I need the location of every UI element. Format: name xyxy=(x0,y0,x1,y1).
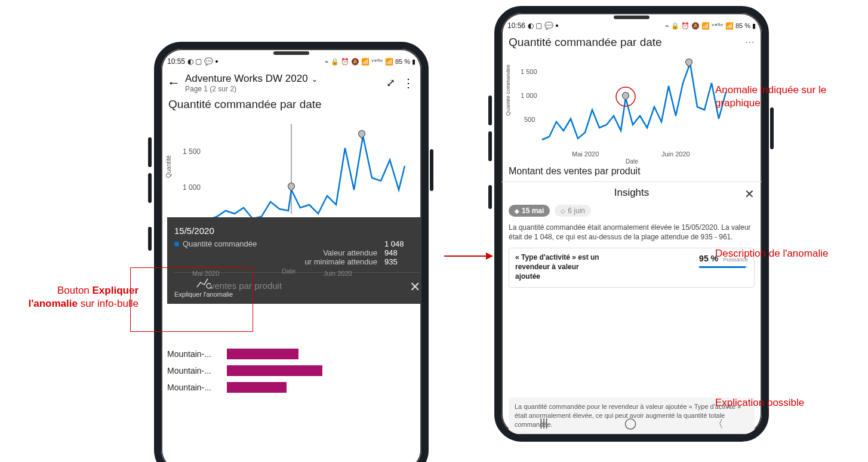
line-chart[interactable]: Quantité 1 500 1 000 xyxy=(166,112,417,232)
bar-label: Mountain-... xyxy=(167,349,227,359)
chart-title: Quantité commandée par date xyxy=(161,96,421,112)
arrow-icon xyxy=(444,255,492,257)
tooltip-label: Valeur attendue xyxy=(183,248,384,257)
date-pill-active[interactable]: ◈ 15 mai xyxy=(509,205,550,217)
phone-speaker xyxy=(273,51,309,55)
tooltip-value: 948 xyxy=(384,248,420,257)
bg-axis-label: Date xyxy=(282,267,296,275)
status-icons-right: ⌁ 🔒 ⏰ 🔕 📶 ᵛᵒˡᵗᵉ 📶 xyxy=(325,58,393,66)
chevron-down-icon[interactable]: ⌄ xyxy=(312,75,318,84)
svg-text:Date: Date xyxy=(626,158,639,164)
chart-tooltip: 15/5/2020 Quantité commandée 1 048 Valeu… xyxy=(167,217,427,304)
status-bar: 10:56 ◐ ▢ 💬 ⌁ 🔒 ⏰ 🔕 📶 ᵛᵒˡᵗᵉ 📶 85 % ▮ xyxy=(501,18,762,33)
tooltip-label: Quantité commandée xyxy=(183,239,384,248)
status-icon: ◐ ▢ 💬 xyxy=(187,57,213,66)
svg-text:Quantité: Quantité xyxy=(166,155,172,178)
sub-chart-title: Montant des ventes par produit xyxy=(501,164,762,179)
more-icon[interactable]: ⋯ xyxy=(745,36,755,48)
bar-label: Mountain-... xyxy=(167,383,227,392)
series-color-icon xyxy=(174,242,179,247)
svg-text:500: 500 xyxy=(524,116,535,123)
svg-text:Juin 2020: Juin 2020 xyxy=(661,150,690,158)
status-battery: 85 % xyxy=(735,22,750,29)
svg-text:1 500: 1 500 xyxy=(521,68,537,75)
app-subtitle: Page 1 (2 sur 2) xyxy=(185,85,381,93)
tooltip-value: 1 048 xyxy=(384,239,420,248)
svg-text:1 000: 1 000 xyxy=(521,92,537,99)
app-title[interactable]: Adventure Works DW 2020 xyxy=(185,73,308,84)
expand-icon[interactable]: ⤢ xyxy=(386,76,395,90)
nav-recent-icon[interactable]: ||| xyxy=(540,417,548,431)
date-pills: ◈ 15 mai ◇ 6 juin xyxy=(509,205,755,217)
bar xyxy=(227,365,322,376)
phone-left: 10:55 ◐ ▢ 💬 ⌁ 🔒 ⏰ 🔕 📶 ᵛᵒˡᵗᵉ 📶 85 % ▮ ← A… xyxy=(154,42,429,462)
background-bars: Mountain-... Mountain-... Mountain-... xyxy=(167,347,415,398)
dot-icon xyxy=(556,24,558,27)
bar-label: Mountain-... xyxy=(167,366,227,375)
battery-icon: ▮ xyxy=(752,22,756,30)
bar xyxy=(227,349,298,359)
annotation-right-mid: Description de l'anomalie xyxy=(715,247,852,260)
status-icons-right: ⌁ 🔒 ⏰ 🔕 📶 ᵛᵒˡᵗᵉ 📶 xyxy=(665,22,734,30)
pill-label: 6 juin xyxy=(568,207,585,215)
android-nav-bar: ||| ◯ 〈 xyxy=(501,417,762,431)
phone-power-button xyxy=(770,107,774,149)
svg-text:1 500: 1 500 xyxy=(183,147,201,156)
bg-chart-title: ventes par produit xyxy=(210,281,282,291)
phone-side-button xyxy=(148,227,152,251)
phone-right: 10:56 ◐ ▢ 💬 ⌁ 🔒 ⏰ 🔕 📶 ᵛᵒˡᵗᵉ 📶 85 % ▮ Qua… xyxy=(494,6,769,442)
close-icon[interactable]: ✕ xyxy=(410,279,420,295)
svg-text:Quantité commandée: Quantité commandée xyxy=(506,64,511,116)
bg-tick: Juin 2020 xyxy=(324,270,352,277)
tooltip-label: ur minimale attendue xyxy=(183,257,384,266)
chart-area[interactable]: Quantité 1 500 1 000 xyxy=(166,112,417,232)
battery-icon: ▮ xyxy=(412,58,415,66)
phone-side-button xyxy=(488,185,492,209)
phone-volume-button xyxy=(488,131,492,161)
insight-description: La quantité commandée était anormalement… xyxy=(509,223,755,242)
bg-tick: Mai 2020 xyxy=(192,270,219,277)
close-icon[interactable]: ✕ xyxy=(744,187,755,201)
tooltip-date: 15/5/2020 xyxy=(174,226,420,236)
phone-volume-button xyxy=(148,137,152,167)
date-pill[interactable]: ◇ 6 juin xyxy=(555,205,591,217)
strength-bar xyxy=(699,266,748,268)
phone-speaker xyxy=(614,16,650,19)
insight-card-title: « Type d'activité » est un revendeur à v… xyxy=(515,253,605,281)
annotation-right-top: Anomalie indiquée sur le graphique xyxy=(715,84,852,110)
pin-icon: ◈ xyxy=(515,208,519,214)
chart-insight-icon xyxy=(196,276,211,289)
phone-power-button xyxy=(430,149,433,191)
chart-title: Quantité commandée par date xyxy=(509,33,669,50)
svg-text:Mai 2020: Mai 2020 xyxy=(572,150,599,158)
status-bar: 10:55 ◐ ▢ 💬 ⌁ 🔒 ⏰ 🔕 📶 ᵛᵒˡᵗᵉ 📶 85 % ▮ xyxy=(161,54,421,69)
insights-title: Insights xyxy=(614,187,650,199)
status-time: 10:56 xyxy=(507,21,525,30)
phone-volume-button xyxy=(488,96,492,125)
annotation-left: Bouton Expliquer l'anomalie sur info-bul… xyxy=(7,284,138,310)
nav-back-icon[interactable]: 〈 xyxy=(713,417,724,431)
more-icon[interactable]: ⋮ xyxy=(402,76,415,90)
status-battery: 85 % xyxy=(395,58,410,65)
svg-text:1 000: 1 000 xyxy=(183,183,201,192)
nav-home-icon[interactable]: ◯ xyxy=(624,417,636,431)
status-icon: ◐ ▢ 💬 xyxy=(528,21,553,30)
phone-volume-button xyxy=(148,173,152,203)
back-arrow-icon[interactable]: ← xyxy=(167,75,180,91)
insights-panel: Insights ✕ ◈ 15 mai ◇ 6 juin La quantité… xyxy=(501,181,762,290)
annotation-right-bot: Explication possible xyxy=(715,396,852,409)
status-time: 10:55 xyxy=(167,57,185,66)
app-header: ← Adventure Works DW 2020 ⌄ Page 1 (2 su… xyxy=(161,69,421,96)
explain-anomaly-label: Expliquer l'anomalie xyxy=(174,291,233,298)
tooltip-value: 935 xyxy=(384,257,420,266)
bar xyxy=(227,382,287,393)
dot-icon xyxy=(216,60,218,63)
pill-label: 15 mai xyxy=(522,207,544,215)
pin-icon: ◇ xyxy=(561,208,565,214)
